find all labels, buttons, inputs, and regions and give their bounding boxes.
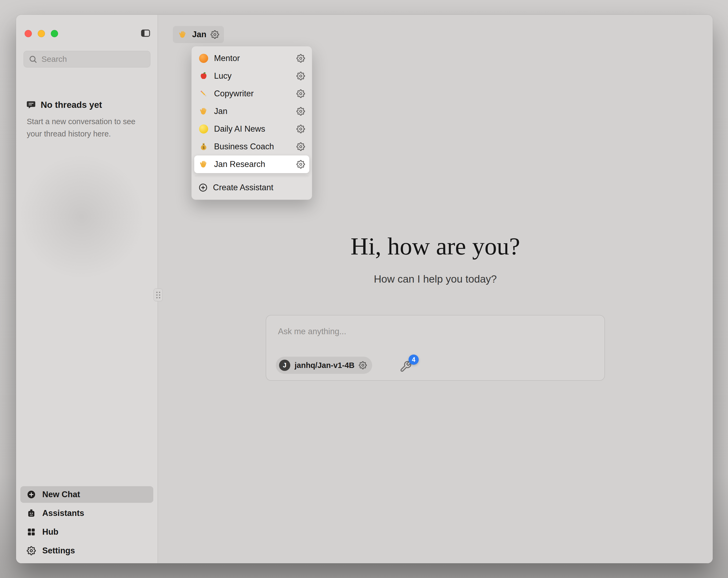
empty-threads-title: No threads yet (41, 100, 102, 110)
model-avatar: J (279, 360, 290, 371)
empty-subtitle-line2: your thread history here. (27, 128, 153, 140)
waving-hand-icon (199, 159, 209, 169)
greeting-heading: Hi, how are you? (350, 232, 520, 260)
chat-composer: J janhq/Jan-v1-4B 4 (266, 315, 605, 381)
gear-icon[interactable] (296, 72, 305, 80)
plus-circle-icon (27, 490, 36, 499)
money-bag-icon (199, 142, 209, 152)
search-field[interactable] (24, 51, 150, 68)
assistant-menu-item-copywriter[interactable]: Copywriter (194, 85, 309, 102)
current-assistant-name: Jan (192, 30, 206, 39)
nav-label: Settings (42, 546, 75, 555)
empty-threads-subtitle: Start a new conversation to see your thr… (23, 115, 153, 140)
tools-count-badge: 4 (409, 355, 419, 365)
model-name: janhq/Jan-v1-4B (294, 361, 355, 370)
gear-icon[interactable] (296, 54, 305, 62)
gear-icon[interactable] (296, 142, 305, 151)
app-window: No threads yet Start a new conversation … (16, 15, 713, 563)
waving-hand-icon (178, 29, 188, 40)
assistant-menu-item-jan[interactable]: Jan (194, 102, 309, 120)
window-controls (25, 30, 58, 37)
greeting-subtitle: How can I help you today? (374, 273, 497, 285)
assistant-label: Daily AI News (214, 124, 291, 134)
waving-hand-icon (199, 106, 209, 117)
hub-grid-icon (27, 527, 36, 536)
model-selector-button[interactable]: J janhq/Jan-v1-4B (276, 357, 372, 374)
nav-label: New Chat (42, 490, 80, 499)
sidebar-resize-handle[interactable] (154, 288, 163, 301)
sidebar-item-new-chat[interactable]: New Chat (20, 486, 153, 503)
empty-subtitle-line1: Start a new conversation to see (27, 115, 153, 128)
minimize-window-button[interactable] (38, 30, 45, 37)
sidebar: No threads yet Start a new conversation … (16, 15, 158, 563)
red-apple-icon (199, 71, 209, 81)
empty-threads-state: No threads yet Start a new conversation … (23, 100, 153, 140)
plus-circle-outline-icon (199, 183, 208, 192)
orange-circle-icon (199, 53, 209, 64)
assistant-label: Lucy (214, 71, 291, 81)
assistant-switcher-button[interactable]: Jan (173, 26, 224, 43)
assistants-icon (27, 509, 36, 518)
assistant-label: Copywriter (214, 89, 291, 99)
assistant-dropdown-menu: Mentor Lucy Copywriter Jan Daily AI (191, 46, 312, 200)
drag-dots-icon (156, 292, 160, 298)
gear-icon[interactable] (296, 125, 305, 133)
assistant-menu-item-business-coach[interactable]: Business Coach (194, 138, 309, 155)
main-panel: Jan Mentor Lucy Copywriter (158, 15, 713, 563)
create-assistant-label: Create Assistant (213, 183, 305, 193)
assistant-label: Jan Research (214, 159, 291, 169)
assistant-label: Business Coach (214, 142, 291, 151)
assistant-settings-gear-icon[interactable] (211, 30, 219, 39)
sidebar-nav: New Chat Assistants Hub Settings (16, 486, 158, 563)
welcome-area: Hi, how are you? How can I help you toda… (158, 232, 713, 381)
menu-divider (195, 176, 309, 176)
gear-icon[interactable] (296, 107, 305, 116)
sidebar-item-settings[interactable]: Settings (20, 543, 153, 559)
assistant-menu-item-jan-research[interactable]: Jan Research (194, 155, 309, 173)
create-assistant-button[interactable]: Create Assistant (194, 179, 309, 196)
assistant-label: Mentor (214, 53, 291, 63)
close-window-button[interactable] (25, 30, 32, 37)
gear-icon[interactable] (296, 160, 305, 169)
assistant-menu-item-lucy[interactable]: Lucy (194, 67, 309, 85)
sidebar-item-assistants[interactable]: Assistants (20, 505, 153, 522)
settings-gear-icon (27, 546, 36, 555)
decorative-blur (19, 154, 145, 280)
chat-input[interactable] (278, 327, 572, 336)
search-input[interactable] (42, 55, 145, 64)
zoom-window-button[interactable] (51, 30, 58, 37)
pencil-icon (199, 89, 209, 99)
assistant-menu-item-daily-ai-news[interactable]: Daily AI News (194, 120, 309, 138)
yellow-circle-icon (199, 124, 209, 134)
chat-bubble-icon (26, 100, 36, 110)
sidebar-toggle-icon[interactable] (140, 28, 151, 38)
search-icon (29, 55, 37, 64)
nav-label: Assistants (42, 508, 84, 518)
sidebar-item-hub[interactable]: Hub (20, 524, 153, 540)
model-settings-gear-icon[interactable] (359, 361, 367, 369)
gear-icon[interactable] (296, 90, 305, 98)
nav-label: Hub (42, 527, 58, 537)
assistant-menu-item-mentor[interactable]: Mentor (194, 50, 309, 67)
assistant-label: Jan (214, 106, 291, 116)
